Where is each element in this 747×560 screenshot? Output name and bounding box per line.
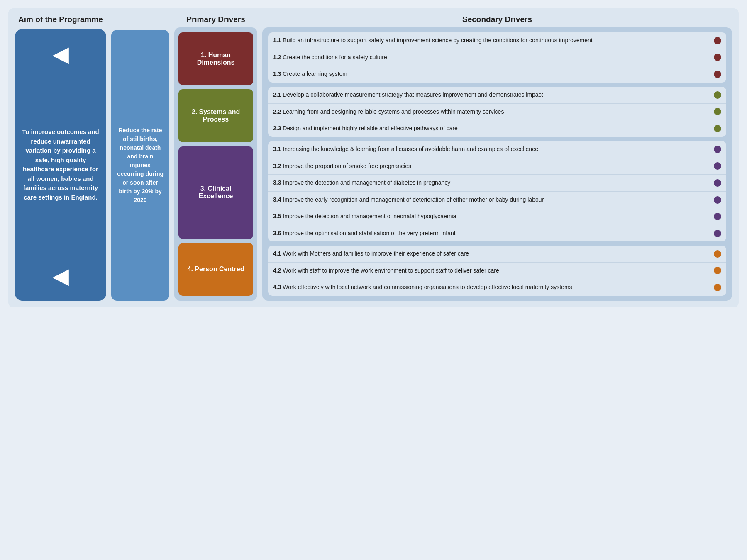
primary-drivers-list: 1. Human Dimensions2. Systems and Proces…	[178, 32, 253, 296]
item-text-3-5: 3.5 Improve the detection and management…	[273, 212, 707, 221]
main-container: Aim of the Programme ◀ To improve outcom…	[8, 8, 739, 307]
secondary-item-3-6: 3.6 Improve the optimisation and stabili…	[268, 225, 726, 241]
dot-3-4	[714, 196, 721, 204]
secondary-item-1-2: 1.2 Create the conditions for a safety c…	[268, 49, 726, 66]
secondary-item-1-3: 1.3 Create a learning system	[268, 66, 726, 83]
dot-3-3	[714, 179, 721, 187]
secondary-group-2: 2.1 Develop a collaborative measurement …	[268, 87, 726, 137]
secondary-item-2-2: 2.2 Learning from and designing reliable…	[268, 104, 726, 121]
primary-driver-2: 2. Systems and Process	[178, 89, 253, 142]
aim-column: Aim of the Programme ◀ To improve outcom…	[15, 15, 106, 301]
item-text-3-1: 3.1 Increasing the knowledge & learning …	[273, 145, 707, 153]
reduce-text: Reduce the rate of stillbirths, neonatal…	[116, 126, 164, 205]
secondary-item-2-3: 2.3 Design and implement highly reliable…	[268, 120, 726, 137]
secondary-item-4-1: 4.1 Work with Mothers and families to im…	[268, 246, 726, 263]
reduce-col: Reduce the rate of stillbirths, neonatal…	[111, 15, 169, 301]
item-text-3-3: 3.3 Improve the detection and management…	[273, 179, 707, 187]
item-text-3-6: 3.6 Improve the optimisation and stabili…	[273, 229, 707, 238]
item-text-4-1: 4.1 Work with Mothers and families to im…	[273, 250, 707, 258]
secondary-group-4: 4.1 Work with Mothers and families to im…	[268, 246, 726, 296]
dot-2-3	[714, 125, 721, 132]
secondary-inner: 1.1 Build an infrastructure to support s…	[262, 27, 732, 301]
secondary-item-1-1: 1.1 Build an infrastructure to support s…	[268, 32, 726, 49]
dot-2-1	[714, 91, 721, 99]
primary-driver-4: 4. Person Centred	[178, 243, 253, 296]
item-text-1-1: 1.1 Build an infrastructure to support s…	[273, 37, 707, 45]
dot-4-3	[714, 284, 721, 291]
dot-4-1	[714, 250, 721, 258]
secondary-item-4-2: 4.2 Work with staff to improve the work …	[268, 263, 726, 280]
primary-title: Primary Drivers	[174, 15, 257, 24]
secondary-item-4-3: 4.3 Work effectively with local network …	[268, 279, 726, 296]
dot-1-1	[714, 37, 721, 44]
item-text-3-2: 3.2 Improve the proportion of smoke free…	[273, 162, 707, 170]
primary-driver-3: 3. Clinical Excellence	[178, 146, 253, 239]
secondary-group-1: 1.1 Build an infrastructure to support s…	[268, 32, 726, 83]
item-text-1-2: 1.2 Create the conditions for a safety c…	[273, 54, 707, 62]
secondary-item-2-1: 2.1 Develop a collaborative measurement …	[268, 87, 726, 104]
dot-1-3	[714, 71, 721, 78]
aim-title: Aim of the Programme	[18, 15, 103, 24]
dot-3-5	[714, 213, 721, 220]
dot-4-2	[714, 267, 721, 274]
item-text-1-3: 1.3 Create a learning system	[273, 70, 707, 78]
aim-box: ◀ To improve outcomes and reduce unwarra…	[15, 29, 106, 301]
secondary-col: Secondary Drivers 1.1 Build an infrastru…	[262, 15, 732, 301]
dot-2-2	[714, 108, 721, 115]
secondary-groups-list: 1.1 Build an infrastructure to support s…	[268, 32, 726, 296]
top-arrow-icon: ◀	[52, 43, 69, 65]
dot-1-2	[714, 54, 721, 61]
primary-col: Primary Drivers 1. Human Dimensions2. Sy…	[174, 15, 257, 301]
item-text-4-2: 4.2 Work with staff to improve the work …	[273, 267, 707, 275]
reduce-box: Reduce the rate of stillbirths, neonatal…	[111, 30, 169, 301]
bottom-arrow-icon: ◀	[52, 265, 69, 287]
secondary-item-3-1: 3.1 Increasing the knowledge & learning …	[268, 141, 726, 158]
primary-driver-1: 1. Human Dimensions	[178, 32, 253, 85]
aim-text: To improve outcomes and reduce unwarrant…	[21, 69, 100, 261]
item-text-4-3: 4.3 Work effectively with local network …	[273, 283, 707, 292]
dot-3-2	[714, 162, 721, 170]
primary-inner: 1. Human Dimensions2. Systems and Proces…	[174, 27, 257, 301]
dot-3-6	[714, 230, 721, 237]
secondary-group-3: 3.1 Increasing the knowledge & learning …	[268, 141, 726, 241]
secondary-item-3-5: 3.5 Improve the detection and management…	[268, 208, 726, 225]
item-text-2-3: 2.3 Design and implement highly reliable…	[273, 124, 707, 133]
item-text-2-2: 2.2 Learning from and designing reliable…	[273, 108, 707, 116]
secondary-item-3-2: 3.2 Improve the proportion of smoke free…	[268, 158, 726, 175]
secondary-item-3-4: 3.4 Improve the early recognition and ma…	[268, 192, 726, 209]
secondary-title: Secondary Drivers	[262, 15, 732, 24]
secondary-item-3-3: 3.3 Improve the detection and management…	[268, 175, 726, 192]
item-text-3-4: 3.4 Improve the early recognition and ma…	[273, 196, 707, 204]
item-text-2-1: 2.1 Develop a collaborative measurement …	[273, 91, 707, 99]
dot-3-1	[714, 146, 721, 153]
